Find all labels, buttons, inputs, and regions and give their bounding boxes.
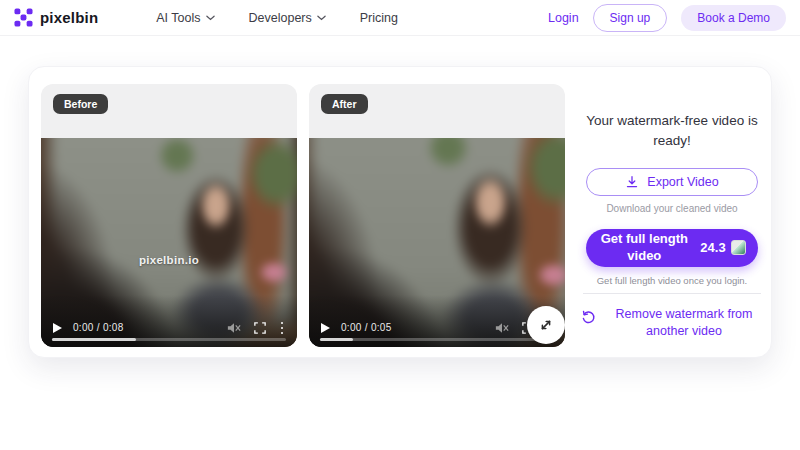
chevron-down-icon bbox=[206, 15, 215, 21]
result-card: Before pixelbin.io 0:00 / 0:08 bbox=[28, 66, 772, 358]
book-demo-button[interactable]: Book a Demo bbox=[681, 5, 786, 31]
kebab-menu-icon[interactable] bbox=[279, 322, 286, 335]
login-link[interactable]: Login bbox=[548, 11, 579, 25]
chevron-down-icon bbox=[317, 15, 326, 21]
login-caption: Get full length video once you login. bbox=[597, 275, 748, 286]
before-seek-bar[interactable] bbox=[52, 338, 286, 341]
before-badge: Before bbox=[53, 94, 108, 114]
full-length-label: Get full length video bbox=[598, 231, 690, 265]
muted-speaker-icon[interactable] bbox=[495, 322, 509, 334]
expand-compare-button[interactable] bbox=[527, 306, 565, 344]
nav-label: AI Tools bbox=[156, 11, 200, 25]
export-video-button[interactable]: Export Video bbox=[586, 168, 758, 196]
before-video-controls: 0:00 / 0:08 bbox=[41, 322, 297, 335]
export-label: Export Video bbox=[647, 175, 718, 189]
after-seek-bar[interactable] bbox=[320, 338, 554, 341]
after-panel: After 0:00 / 0:05 bbox=[309, 84, 565, 347]
pixelbin-logo[interactable]: pixelbin bbox=[14, 8, 98, 27]
credits-amount: 24.3 bbox=[700, 240, 725, 255]
time-display: 0:00 / 0:05 bbox=[341, 322, 392, 333]
download-icon bbox=[625, 175, 639, 189]
watermark-text: pixelbin.io bbox=[41, 254, 297, 266]
nav-pricing[interactable]: Pricing bbox=[360, 11, 398, 25]
sidebar-divider bbox=[583, 293, 761, 294]
time-display: 0:00 / 0:08 bbox=[73, 322, 124, 333]
pixelbin-logo-icon bbox=[14, 8, 33, 27]
result-heading: Your watermark-free video is ready! bbox=[579, 111, 765, 152]
nav-label: Pricing bbox=[360, 11, 398, 25]
expand-arrows-icon bbox=[537, 316, 555, 334]
credits-icon bbox=[731, 240, 746, 255]
nav-label: Developers bbox=[249, 11, 312, 25]
after-badge: After bbox=[321, 94, 368, 114]
remove-another-label: Remove watermark from another video bbox=[605, 306, 763, 341]
redo-undo-icon bbox=[581, 309, 596, 324]
credits-cost: 24.3 bbox=[700, 240, 745, 255]
export-caption: Download your cleaned video bbox=[606, 203, 737, 214]
nav-developers[interactable]: Developers bbox=[249, 11, 326, 25]
before-panel: Before pixelbin.io 0:00 / 0:08 bbox=[41, 84, 297, 347]
top-navbar: pixelbin AI Tools Developers Pricing Log… bbox=[0, 0, 800, 36]
muted-speaker-icon[interactable] bbox=[227, 322, 241, 334]
header-actions: Login Sign up Book a Demo bbox=[548, 4, 786, 32]
controls-right bbox=[227, 322, 286, 335]
nav-ai-tools[interactable]: AI Tools bbox=[156, 11, 214, 25]
before-seek-fill bbox=[52, 338, 136, 341]
get-full-length-button[interactable]: Get full length video 24.3 bbox=[586, 229, 758, 267]
after-video[interactable]: 0:00 / 0:05 bbox=[309, 138, 565, 347]
after-seek-fill bbox=[320, 338, 353, 341]
play-icon[interactable] bbox=[53, 323, 62, 333]
signup-button[interactable]: Sign up bbox=[593, 4, 668, 32]
result-sidebar: Your watermark-free video is ready! Expo… bbox=[579, 111, 765, 341]
play-icon[interactable] bbox=[321, 323, 330, 333]
fullscreen-icon[interactable] bbox=[254, 322, 266, 334]
main-nav: AI Tools Developers Pricing bbox=[156, 11, 398, 25]
before-video[interactable]: pixelbin.io 0:00 / 0:08 bbox=[41, 138, 297, 347]
remove-another-link[interactable]: Remove watermark from another video bbox=[581, 306, 763, 341]
brand-name: pixelbin bbox=[40, 9, 98, 26]
